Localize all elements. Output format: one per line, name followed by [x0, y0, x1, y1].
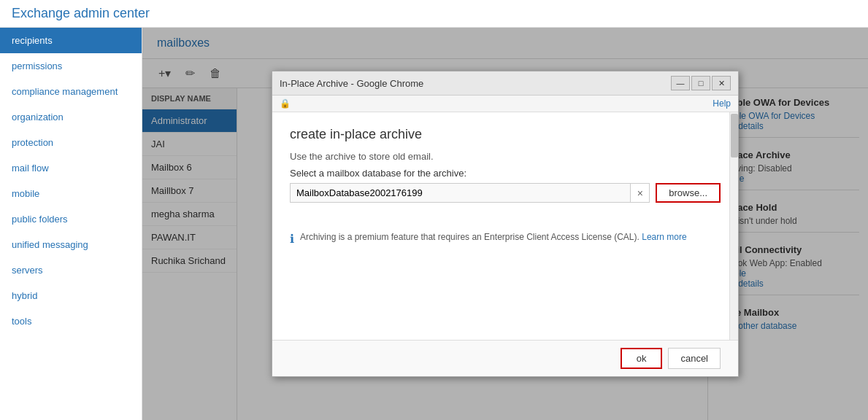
sidebar-item-recipients[interactable]: recipients	[0, 28, 142, 53]
sidebar-item-hybrid[interactable]: hybrid	[0, 283, 142, 308]
app-title: Exchange admin center	[12, 6, 856, 21]
modal-title: In-Place Archive - Google Chrome	[280, 78, 423, 89]
modal-description: Use the archive to store old email.	[290, 151, 721, 162]
sidebar-item-mail-flow[interactable]: mail flow	[0, 155, 142, 181]
modal-heading: create in-place archive	[290, 127, 721, 142]
modal-address-bar: 🔒 Help	[272, 96, 738, 112]
browse-button[interactable]: browse...	[656, 183, 721, 203]
ok-button[interactable]: ok	[621, 348, 663, 369]
cancel-button[interactable]: cancel	[668, 348, 721, 369]
sidebar-item-unified-messaging[interactable]: unified messaging	[0, 232, 142, 257]
sidebar-item-permissions[interactable]: permissions	[0, 53, 142, 79]
minimize-button[interactable]: —	[671, 76, 690, 90]
select-label: Select a mailbox database for the archiv…	[290, 168, 721, 179]
modal-overlay: In-Place Archive - Google Chrome — □ ✕ 🔒…	[142, 28, 868, 420]
app-header: Exchange admin center	[0, 0, 868, 28]
modal-scrollbar[interactable]	[729, 112, 738, 340]
close-button[interactable]: ✕	[712, 76, 731, 90]
learn-more-link[interactable]: Learn more	[642, 232, 686, 242]
lock-icon: 🔒	[280, 98, 291, 109]
scrollbar-thumb	[731, 114, 738, 158]
app-body: recipientspermissionscompliance manageme…	[0, 28, 868, 420]
sidebar-item-servers[interactable]: servers	[0, 257, 142, 283]
sidebar-item-compliance-management[interactable]: compliance management	[0, 79, 142, 104]
info-icon: ℹ	[290, 232, 294, 246]
main-content: mailboxes +▾ ✏ 🗑 DISPLAY NAME Administra…	[142, 28, 868, 420]
info-text: Archiving is a premium feature that requ…	[300, 232, 687, 242]
modal-controls: — □ ✕	[671, 76, 731, 90]
database-input-group: × browse...	[290, 183, 721, 203]
help-link[interactable]: Help	[713, 98, 731, 109]
sidebar-item-protection[interactable]: protection	[0, 130, 142, 155]
sidebar-item-public-folders[interactable]: public folders	[0, 206, 142, 232]
database-input[interactable]	[290, 183, 631, 203]
maximize-button[interactable]: □	[691, 76, 710, 90]
clear-button[interactable]: ×	[631, 183, 650, 203]
sidebar-item-tools[interactable]: tools	[0, 308, 142, 334]
modal-titlebar: In-Place Archive - Google Chrome — □ ✕	[272, 71, 738, 96]
sidebar-item-organization[interactable]: organization	[0, 104, 142, 130]
sidebar: recipientspermissionscompliance manageme…	[0, 28, 142, 420]
modal-footer: ok cancel	[272, 340, 738, 376]
sidebar-item-mobile[interactable]: mobile	[0, 181, 142, 206]
modal-body: create in-place archive Use the archive …	[272, 112, 738, 340]
modal-window: In-Place Archive - Google Chrome — □ ✕ 🔒…	[272, 71, 739, 377]
modal-info: ℹ Archiving is a premium feature that re…	[290, 232, 721, 246]
